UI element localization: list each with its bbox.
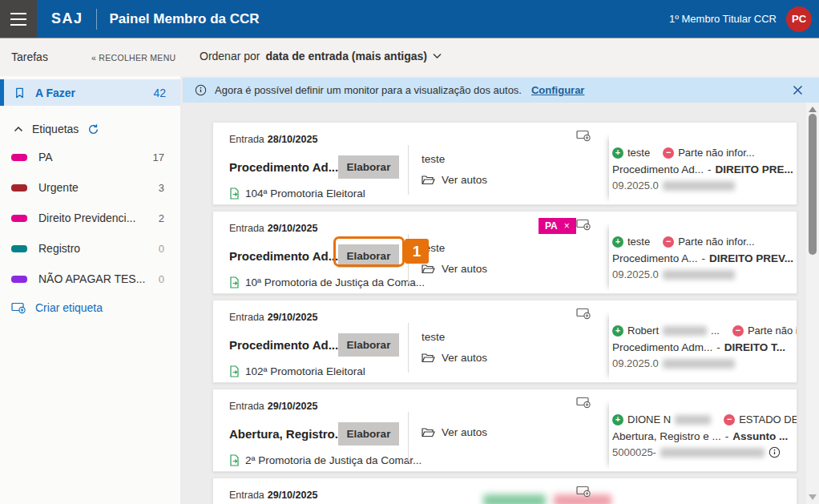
task-title: Procedimento Ad... xyxy=(229,338,338,352)
tag-badge-pa[interactable]: PA × xyxy=(539,218,576,234)
plus-circle-icon: + xyxy=(612,325,623,337)
todo-count: 42 xyxy=(153,87,166,99)
add-tag-icon[interactable] xyxy=(576,485,591,498)
sidebar-item-a-fazer[interactable]: A Fazer 42 xyxy=(0,79,180,106)
sidebar-label-pa[interactable]: PA 17 xyxy=(0,145,180,169)
minus-circle-icon: − xyxy=(663,236,674,248)
add-tag-icon[interactable] xyxy=(576,218,591,231)
annotation-highlight-box xyxy=(333,236,405,267)
ver-autos-link[interactable]: Ver autos xyxy=(422,174,609,186)
redacted-text xyxy=(663,359,735,369)
sort-dropdown[interactable]: Ordenar por data de entrada (mais antiga… xyxy=(200,50,442,62)
task-title: Abertura, Registro... xyxy=(229,427,338,441)
minus-circle-icon: − xyxy=(724,414,735,425)
chevron-up-icon xyxy=(14,126,23,132)
document-arrow-icon xyxy=(229,187,240,200)
case-description: Procedimento A...-DIREITO PREV... xyxy=(612,252,790,264)
redacted-text xyxy=(663,270,735,280)
scroll-down-arrow[interactable] xyxy=(809,494,817,500)
task-card: Entrada29/10/2025 Abertura, Registro... … xyxy=(212,389,797,472)
label-color-swatch xyxy=(11,245,27,252)
create-label-button[interactable]: Criar etiqueta xyxy=(11,301,103,314)
sidebar-label-registro[interactable]: Registro 0 xyxy=(0,236,180,260)
collapse-menu-button[interactable]: « RECOLHER MENU xyxy=(91,53,176,62)
configurar-link[interactable]: Configurar xyxy=(531,84,584,96)
sidebar-item-label: A Fazer xyxy=(35,87,75,99)
tag-plus-icon xyxy=(11,301,26,314)
case-number: 5000025- xyxy=(612,446,790,458)
sidebar-label-urgente[interactable]: Urgente 3 xyxy=(0,175,180,200)
label-color-swatch xyxy=(11,184,27,192)
case-description: Procedimento Ad...-DIREITO PRE... xyxy=(612,163,790,175)
scrollbar-thumb[interactable] xyxy=(809,114,817,255)
label-color-swatch xyxy=(11,154,27,161)
main-content: Agora é possível definir um monitor para… xyxy=(180,76,819,504)
folder-icon xyxy=(422,264,435,275)
label-color-swatch xyxy=(11,215,27,222)
sidebar-label-direito-previdenciario[interactable]: Direito Previdenci... 2 xyxy=(0,206,180,230)
ver-autos-link[interactable]: Ver autos xyxy=(422,352,609,364)
scroll-up-arrow[interactable] xyxy=(809,107,817,112)
add-tag-icon[interactable] xyxy=(576,396,591,409)
app-header: SAJ Painel Membro da CCR 1º Membro Titul… xyxy=(0,0,819,38)
ver-autos-link[interactable]: Ver autos xyxy=(422,426,609,438)
origin-promotoria: 2ª Promotoria de Justiça da Comar... xyxy=(229,454,408,466)
close-icon[interactable] xyxy=(793,85,806,95)
sort-prefix: Ordenar por xyxy=(200,50,260,62)
document-arrow-icon xyxy=(229,365,240,377)
header-divider xyxy=(96,9,97,30)
case-number: 09.2025.0 xyxy=(612,179,790,192)
banner-text: Agora é possível definir um monitor para… xyxy=(215,84,522,96)
party-positive: + teste xyxy=(612,236,650,248)
ver-autos-link[interactable]: Ver autos xyxy=(422,263,609,275)
redacted-text xyxy=(675,415,711,425)
party-negative: − Parte não infor... xyxy=(663,147,754,159)
entry-date: Entrada29/10/2025 xyxy=(229,312,408,323)
case-description: Abertura, Registro e ...-Assunto ... xyxy=(612,430,790,442)
annotation-number-badge: 1 xyxy=(405,239,429,264)
entry-date: Entrada28/10/2025 xyxy=(229,134,408,145)
case-number: 09.2025.0 xyxy=(612,357,790,369)
elaborar-button[interactable]: Elaborar xyxy=(338,333,399,357)
task-note: teste xyxy=(422,153,609,165)
task-title: Procedimento Ad... xyxy=(229,160,338,174)
hamburger-menu-button[interactable] xyxy=(0,0,37,38)
scrollbar[interactable] xyxy=(806,103,819,504)
page-title: Painel Membro da CCR xyxy=(110,11,260,27)
task-card: Entrada29/10/2025 xyxy=(212,478,797,504)
redacted-party-positive xyxy=(483,494,546,504)
folder-icon xyxy=(422,427,435,438)
document-arrow-icon xyxy=(229,454,240,466)
entry-date: Entrada29/10/2025 xyxy=(229,401,408,412)
origin-promotoria: 10ª Promotoria de Justiça da Coma... xyxy=(229,276,408,288)
info-icon xyxy=(195,84,207,96)
plus-circle-icon: + xyxy=(612,414,623,425)
redacted-text xyxy=(663,326,707,336)
sidebar: A Fazer 42 Etiquetas PA 17 Urgente 3 Dir… xyxy=(0,76,180,504)
sidebar-label-nao-apagar[interactable]: NÃO APAGAR TES... 0 xyxy=(0,267,180,291)
info-icon[interactable] xyxy=(769,446,781,458)
task-title: Procedimento Ad... xyxy=(229,249,338,263)
elaborar-button[interactable]: Elaborar xyxy=(338,422,399,446)
party-positive: + teste xyxy=(612,147,650,159)
avatar[interactable]: PC xyxy=(786,6,812,32)
refresh-icon[interactable] xyxy=(87,123,99,135)
add-tag-icon[interactable] xyxy=(576,307,591,320)
etiquetas-label: Etiquetas xyxy=(32,123,79,135)
remove-tag-icon[interactable]: × xyxy=(564,220,570,232)
party-negative: − Parte não infor. xyxy=(732,325,797,337)
redacted-text xyxy=(660,448,765,458)
task-note: teste xyxy=(422,331,609,343)
label-color-swatch xyxy=(11,276,27,283)
etiquetas-section-header[interactable]: Etiquetas xyxy=(0,115,180,143)
selected-accent-bar xyxy=(0,79,4,106)
plus-circle-icon: + xyxy=(612,236,623,248)
task-note: teste xyxy=(422,242,609,254)
case-number: 09.2025.0 xyxy=(612,268,790,280)
elaborar-button[interactable]: Elaborar xyxy=(338,155,399,179)
document-arrow-icon xyxy=(229,276,240,288)
sort-value: data de entrada (mais antigas) xyxy=(265,50,427,62)
add-tag-icon[interactable] xyxy=(576,129,591,142)
saj-logo: SAJ xyxy=(51,10,83,27)
entry-date: Entrada29/10/2025 xyxy=(229,490,408,501)
